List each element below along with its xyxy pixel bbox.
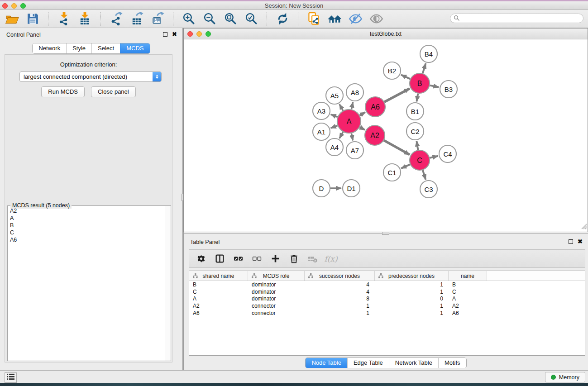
table-close-panel-icon[interactable]: ✖ xyxy=(578,239,583,244)
refresh-icon[interactable] xyxy=(275,12,290,26)
node-A[interactable]: A xyxy=(337,110,361,133)
node-A5[interactable]: A5 xyxy=(326,87,343,104)
result-item[interactable]: A xyxy=(8,214,164,222)
tab-network-table[interactable]: Network Table xyxy=(389,358,438,368)
node-B[interactable]: B xyxy=(410,73,430,93)
edge-C-C3[interactable] xyxy=(423,170,426,180)
edge-B-B3[interactable] xyxy=(430,86,439,87)
node-A2[interactable]: A2 xyxy=(365,125,385,145)
edge-A-A8[interactable] xyxy=(351,102,353,110)
tab-edge-table[interactable]: Edge Table xyxy=(347,358,389,368)
resize-grip-icon[interactable] xyxy=(581,223,587,231)
edge-C-C4[interactable] xyxy=(430,156,438,158)
node-D[interactable]: D xyxy=(313,180,330,197)
save-icon[interactable] xyxy=(25,12,40,26)
table-row[interactable]: Bdominator41B xyxy=(189,281,585,288)
show-hidden-icon[interactable] xyxy=(369,12,383,26)
tab-node-table[interactable]: Node Table xyxy=(306,358,347,368)
node-C1[interactable]: C1 xyxy=(383,164,401,181)
column-header-shared-name[interactable]: shared name xyxy=(189,271,248,281)
node-B1[interactable]: B1 xyxy=(406,103,424,120)
node-B2[interactable]: B2 xyxy=(383,62,401,79)
minimize-window-button[interactable] xyxy=(11,3,17,9)
result-item[interactable]: A6 xyxy=(8,236,164,243)
float-panel-icon[interactable] xyxy=(163,32,167,37)
duplicate-network-icon[interactable] xyxy=(306,12,321,26)
table-row[interactable]: A6connector11A6 xyxy=(189,310,585,317)
node-B3[interactable]: B3 xyxy=(440,81,457,98)
export-table-icon[interactable] xyxy=(129,12,144,26)
zoom-out-icon[interactable] xyxy=(202,12,217,26)
result-item[interactable]: C xyxy=(8,229,164,236)
houses-icon[interactable] xyxy=(327,12,342,26)
zoom-in-icon[interactable] xyxy=(182,12,196,26)
table-float-panel-icon[interactable] xyxy=(569,239,573,244)
node-A6[interactable]: A6 xyxy=(365,97,385,117)
criterion-dropdown[interactable]: largest connected component (directed) xyxy=(19,71,162,82)
network-canvas[interactable]: B4B2BB3A5A8A6A3B1AA1C2A2A4A7C4CC1DD1C3 xyxy=(184,39,588,232)
table-row[interactable]: Cdominator41C xyxy=(189,288,585,295)
add-row-icon[interactable] xyxy=(270,253,281,264)
close-window-button[interactable] xyxy=(2,3,8,9)
column-header-name[interactable]: name xyxy=(449,271,487,281)
tab-select[interactable]: Select xyxy=(91,43,120,53)
select-all-icon[interactable] xyxy=(233,253,244,264)
zoom-window-button[interactable] xyxy=(20,3,26,9)
tab-network[interactable]: Network xyxy=(33,43,66,53)
column-header-predecessor-nodes[interactable]: predecessor nodes xyxy=(375,271,449,281)
edge-A-A5[interactable] xyxy=(339,104,343,110)
edge-A2-C[interactable] xyxy=(384,140,410,155)
node-C4[interactable]: C4 xyxy=(439,145,456,162)
node-C2[interactable]: C2 xyxy=(406,123,424,140)
tab-mcds[interactable]: MCDS xyxy=(120,43,149,53)
edge-A-A4[interactable] xyxy=(339,132,343,138)
edge-B-B1[interactable] xyxy=(417,94,418,102)
node-C[interactable]: C xyxy=(410,150,430,170)
delete-row-icon[interactable] xyxy=(288,253,299,264)
export-network-icon[interactable] xyxy=(109,12,123,26)
open-folder-icon[interactable] xyxy=(5,12,19,26)
edge-C-C2[interactable] xyxy=(416,141,418,150)
node-A7[interactable]: A7 xyxy=(346,142,363,159)
search-input[interactable] xyxy=(462,15,583,22)
edge-A-A2[interactable] xyxy=(360,127,365,130)
column-header-successor-nodes[interactable]: successor nodes xyxy=(305,271,375,281)
edge-B-B2[interactable] xyxy=(401,75,410,79)
column-header-MCDS-role[interactable]: MCDS role xyxy=(248,271,305,281)
node-B4[interactable]: B4 xyxy=(420,45,437,62)
deselect-all-icon[interactable] xyxy=(251,253,262,264)
horizontal-splitter[interactable] xyxy=(184,233,588,235)
tab-motifs[interactable]: Motifs xyxy=(438,358,466,368)
memory-button[interactable]: Memory xyxy=(545,372,585,382)
import-network-icon[interactable] xyxy=(57,12,71,26)
node-A1[interactable]: A1 xyxy=(313,123,330,140)
run-mcds-button[interactable]: Run MCDS xyxy=(41,86,85,97)
export-image-icon[interactable] xyxy=(150,12,165,26)
node-D1[interactable]: D1 xyxy=(343,180,360,197)
edge-C-C1[interactable] xyxy=(401,164,410,168)
task-history-button[interactable] xyxy=(5,372,17,383)
table-row[interactable]: Adominator80A xyxy=(189,295,585,303)
edge-A-A7[interactable] xyxy=(351,133,353,141)
edge-A-A3[interactable] xyxy=(331,114,338,117)
edge-B-B4[interactable] xyxy=(423,63,426,73)
close-panel-button[interactable]: Close panel xyxy=(91,86,136,97)
tab-style[interactable]: Style xyxy=(66,43,91,53)
gear-icon[interactable] xyxy=(196,253,206,264)
close-panel-icon[interactable]: ✖ xyxy=(172,32,177,37)
result-item[interactable]: A2 xyxy=(8,207,164,214)
node-A3[interactable]: A3 xyxy=(313,102,330,119)
import-table-icon[interactable] xyxy=(77,12,92,26)
result-scrollbar[interactable] xyxy=(165,206,171,361)
table-row[interactable]: A2connector11A2 xyxy=(189,302,585,310)
zoom-selected-icon[interactable] xyxy=(244,12,258,26)
search-box[interactable] xyxy=(450,14,583,23)
zoom-fit-icon[interactable] xyxy=(223,12,238,26)
hide-selected-icon[interactable] xyxy=(348,12,363,26)
edge-A-A6[interactable] xyxy=(360,112,366,115)
node-C3[interactable]: C3 xyxy=(420,181,437,198)
edge-A6-B[interactable] xyxy=(384,89,410,102)
edge-A-A1[interactable] xyxy=(331,126,338,129)
node-A8[interactable]: A8 xyxy=(346,84,363,101)
split-columns-icon[interactable] xyxy=(214,253,225,264)
